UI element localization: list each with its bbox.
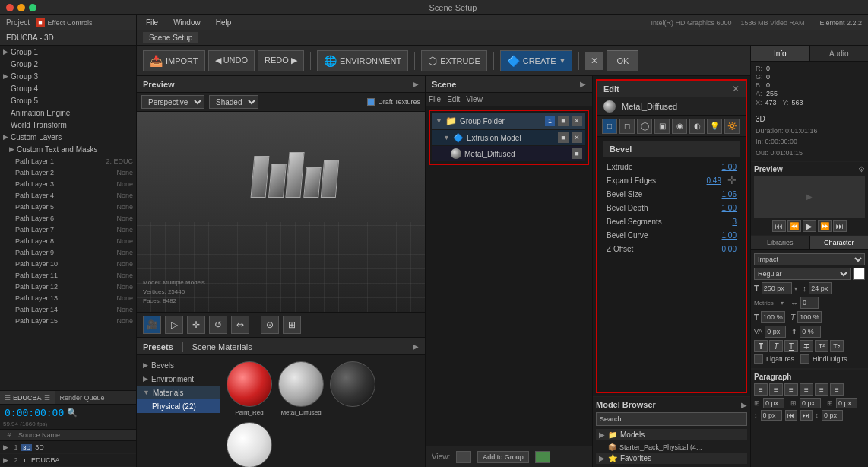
extrude-prop-value[interactable]: 1.00 xyxy=(706,163,737,171)
scale-tool-btn[interactable]: ⇔ xyxy=(231,316,249,334)
environment-button[interactable]: 🌐 ENVIRONMENT xyxy=(317,50,408,71)
edit-tool-7[interactable]: 💡 xyxy=(707,119,722,134)
tree-item-group1[interactable]: ▶ Group 1 xyxy=(0,46,136,58)
font-size-input[interactable] xyxy=(762,282,792,294)
hindi-digits-checkbox[interactable] xyxy=(800,354,809,364)
preview-settings-icon[interactable]: ⚙ xyxy=(858,165,865,173)
draft-textures-toggle[interactable]: Draft Textures xyxy=(367,98,420,106)
menu-help[interactable]: Help xyxy=(213,17,235,28)
material-white[interactable] xyxy=(227,422,272,467)
tracking-input[interactable] xyxy=(800,297,819,309)
x-button[interactable]: ✕ xyxy=(585,52,603,70)
scene-expand-icon[interactable]: ▶ xyxy=(580,80,586,88)
libraries-tab[interactable]: Libraries xyxy=(751,236,810,249)
edit-tool-8[interactable]: 🔆 xyxy=(724,119,740,134)
tree-item-group2[interactable]: Group 2 xyxy=(0,58,136,70)
undo-button[interactable]: ◀ UNDO xyxy=(208,50,255,71)
scene-menu-edit[interactable]: Edit xyxy=(447,95,460,103)
transport-next-btn[interactable]: ⏩ xyxy=(818,220,832,232)
preset-bevels[interactable]: ▶ Bevels xyxy=(137,358,220,372)
presets-expand-icon[interactable]: ▶ xyxy=(413,342,419,351)
para-btn1[interactable]: ⏮ xyxy=(785,410,797,421)
bevel-depth-value[interactable]: 1.00 xyxy=(706,204,737,212)
align-center-btn[interactable]: ≡ xyxy=(769,383,783,396)
transport-first-btn[interactable]: ⏮ xyxy=(772,220,786,232)
path-layer-8[interactable]: Path Layer 8 None xyxy=(0,235,136,246)
metal-toggle-btn[interactable]: ■ xyxy=(572,148,582,159)
tree-item-group3[interactable]: ▶ Group 3 xyxy=(0,70,136,82)
extrusion-close-btn[interactable]: ✕ xyxy=(572,132,582,143)
path-layer-5[interactable]: Path Layer 5 None xyxy=(0,201,136,212)
scale-h-input[interactable] xyxy=(797,311,822,323)
font-style-select[interactable]: Regular xyxy=(754,268,851,280)
metal-diffused-row[interactable]: Metal_Diffused ■ xyxy=(432,146,585,161)
tree-item-custom-layers[interactable]: ▶ Custom Layers xyxy=(0,131,136,143)
extrusion-toggle-btn[interactable]: ■ xyxy=(558,132,569,143)
models-folder[interactable]: ▶ 📁 Models xyxy=(596,429,747,440)
scene-menu-view[interactable]: View xyxy=(466,95,483,103)
select-tool-btn[interactable]: ▷ xyxy=(165,316,183,334)
bottom-tab-educba[interactable]: ☰ EDUCBA ☰ xyxy=(0,391,55,404)
model-browser-expand-icon[interactable]: ▶ xyxy=(741,401,747,409)
tab-audio[interactable]: Audio xyxy=(810,46,869,61)
add-to-group-button[interactable]: Add to Group xyxy=(477,451,529,463)
bevel-size-value[interactable]: 1.06 xyxy=(706,190,737,199)
extrusion-model-row[interactable]: ▼ 🔷 Extrusion Model ■ ✕ xyxy=(432,130,585,145)
line-height-input[interactable] xyxy=(809,282,832,294)
favorites-item[interactable]: ▶ ⭐ Favorites xyxy=(596,453,747,464)
perspective-select[interactable]: Perspective xyxy=(141,95,204,109)
tree-item-custom-text[interactable]: ▶ Custom Text and Masks xyxy=(0,143,136,155)
rotate-tool-btn[interactable]: ↺ xyxy=(209,316,227,334)
scale-w-input[interactable] xyxy=(761,311,785,323)
edit-tool-6[interactable]: ◐ xyxy=(689,119,705,134)
folder-close-btn[interactable]: ✕ xyxy=(572,116,582,126)
minimize-dot[interactable] xyxy=(17,4,25,11)
character-tab[interactable]: Character xyxy=(810,236,869,249)
preset-environment[interactable]: ▶ Environment xyxy=(137,372,220,386)
path-layer-4[interactable]: Path Layer 4 None xyxy=(0,189,136,201)
camera-tool-btn[interactable]: 🎥 xyxy=(143,316,161,334)
material-paint-red[interactable]: Paint_Red xyxy=(227,361,272,416)
tab-info[interactable]: Info xyxy=(751,46,810,61)
preview-expand-icon[interactable]: ▶ xyxy=(413,80,419,88)
preset-materials[interactable]: ▼ Materials xyxy=(137,386,220,399)
path-layer-2[interactable]: Path Layer 2 None xyxy=(0,167,136,178)
path-layer-7[interactable]: Path Layer 7 None xyxy=(0,224,136,235)
bevel-curve-value[interactable]: 1.00 xyxy=(706,231,737,240)
material-metal-diffused[interactable]: Metal_Diffused xyxy=(278,361,324,416)
model-browser-search[interactable] xyxy=(596,412,747,426)
path-layer-9[interactable]: Path Layer 9 None xyxy=(0,246,136,258)
path-layer-11[interactable]: Path Layer 11 None xyxy=(0,269,136,281)
bevel-segments-value[interactable]: 3 xyxy=(706,218,737,226)
material-dark[interactable] xyxy=(330,361,375,416)
import-button[interactable]: 📥 IMPORT xyxy=(143,50,205,71)
edit-tool-3[interactable]: ◯ xyxy=(637,119,652,134)
preset-physical[interactable]: Physical (22) xyxy=(137,399,220,413)
layer-row-2[interactable]: ▶ 2 T EDUCBA xyxy=(0,454,136,467)
underline-btn[interactable]: T xyxy=(784,340,798,352)
drag-handle-icon[interactable]: ✛ xyxy=(727,174,737,186)
align-force-btn[interactable]: ≡ xyxy=(830,383,844,396)
menu-window[interactable]: Window xyxy=(170,17,204,28)
subscript-btn[interactable]: T₂ xyxy=(830,340,844,352)
fit-tool-btn[interactable]: ⊙ xyxy=(261,316,279,334)
path-layer-10[interactable]: Path Layer 10 None xyxy=(0,258,136,269)
path-layer-13[interactable]: Path Layer 13 None xyxy=(0,292,136,303)
superscript-btn[interactable]: T² xyxy=(815,340,828,352)
kern-input[interactable] xyxy=(765,326,786,338)
bottom-tab-render[interactable]: Render Queue xyxy=(55,391,109,404)
scene-folder-row[interactable]: ▼ 📁 Group Folder 1 ■ ✕ xyxy=(432,113,585,129)
tree-item-group4[interactable]: Group 4 xyxy=(0,82,136,94)
italic-btn[interactable]: T xyxy=(769,340,783,352)
edit-close-icon[interactable]: ✕ xyxy=(732,84,740,94)
shaded-select[interactable]: Shaded xyxy=(209,95,258,109)
path-layer-1[interactable]: Path Layer 1 2. EDUC xyxy=(0,155,136,167)
path-layer-12[interactable]: Path Layer 12 None xyxy=(0,281,136,292)
tree-item-world[interactable]: World Transform xyxy=(0,119,136,131)
move-tool-btn[interactable]: ✛ xyxy=(187,316,205,334)
space-after-input[interactable] xyxy=(822,410,843,421)
close-dot[interactable] xyxy=(6,4,14,11)
indent-input[interactable] xyxy=(763,398,784,408)
strikethrough-btn[interactable]: T̶ xyxy=(800,340,813,352)
redo-button[interactable]: REDO ▶ xyxy=(258,50,304,71)
